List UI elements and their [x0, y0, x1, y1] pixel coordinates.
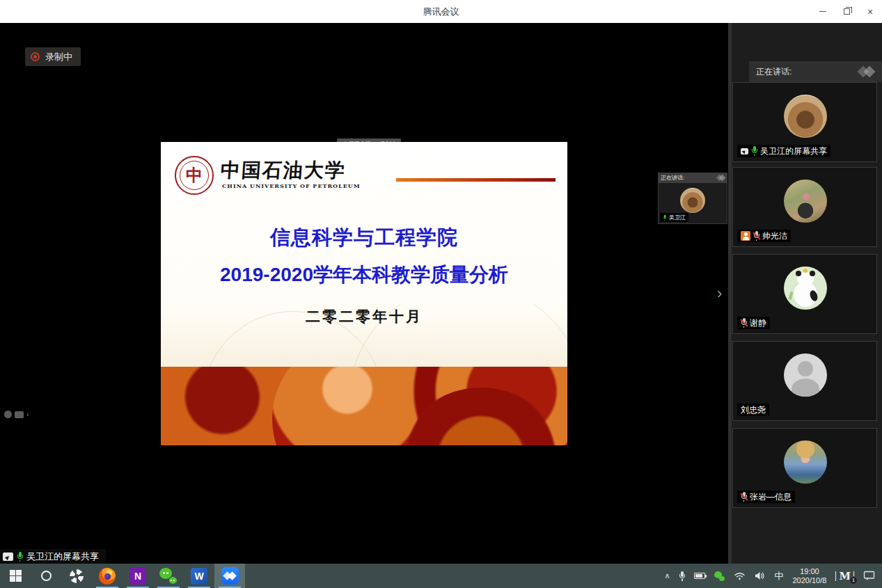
speaking-overlay-tile: 吴卫江	[658, 183, 727, 224]
participant-name: 吴卫江的屏幕共享	[760, 145, 827, 157]
speaking-header-label: 正在讲话:	[756, 66, 792, 78]
screen-share-icon	[3, 553, 13, 561]
mic-muted-icon	[741, 318, 747, 328]
slide-title-college: 信息科学与工程学院	[161, 224, 567, 252]
firefox-icon	[99, 568, 116, 585]
recording-dot-icon	[31, 52, 40, 61]
system-tray: ∧ 中 19:00 2020/10/8 M1	[664, 564, 882, 588]
wechat-tray-icon[interactable]	[714, 571, 725, 581]
avatar	[784, 353, 827, 397]
speaking-overlay-name-label: 吴卫江	[660, 213, 688, 222]
speaking-header: 正在讲话:	[749, 61, 882, 82]
participant-name: 张岩—信息	[750, 491, 792, 503]
minimize-icon	[819, 11, 826, 12]
word-button[interactable]: W	[184, 564, 214, 588]
pinwheel-icon	[70, 569, 84, 583]
presentation-slide: 中 中国石油大学 CHINA UNIVERSITY OF PETROLEUM 信…	[161, 142, 567, 445]
window-controls: ×	[811, 0, 882, 23]
minimize-button[interactable]	[811, 0, 835, 23]
participant-name: 谢静	[750, 317, 766, 329]
wifi-icon[interactable]	[734, 571, 746, 580]
recording-label: 录制中	[45, 51, 72, 63]
restore-icon	[844, 8, 850, 15]
meeting-logo-icon	[717, 175, 725, 180]
participant-tile[interactable]: 吴卫江的屏幕共享	[732, 82, 877, 162]
im-app-tray-icon[interactable]: M1	[835, 571, 854, 581]
shared-screen-stage: 录制中 腾讯会议 录制中 中 中国石油大学 CHINA UNIVERSITY O…	[0, 23, 728, 564]
avatar	[784, 440, 827, 484]
university-name-en: CHINA UNIVERSITY OF PETROLEUM	[222, 182, 361, 189]
mic-muted-icon	[753, 231, 759, 241]
word-icon: W	[191, 568, 207, 585]
speaking-overlay: 正在讲话: 吴卫江	[658, 173, 727, 224]
maximize-button[interactable]	[835, 0, 858, 23]
window-title: 腾讯会议	[0, 0, 882, 23]
tencent-meeting-button[interactable]	[214, 564, 245, 588]
header-divider-line	[396, 178, 556, 182]
wechat-button[interactable]	[153, 564, 184, 588]
participant-tile[interactable]: 帅光洁	[732, 167, 877, 247]
taskbar-apps: N W	[0, 564, 245, 588]
sidebar-scrollbar[interactable]	[728, 23, 732, 564]
participant-tile[interactable]: 张岩—信息	[732, 428, 877, 508]
wechat-icon	[159, 568, 178, 585]
mic-muted-icon	[741, 492, 747, 502]
speaker-name: 吴卫江	[669, 214, 686, 221]
mic-on-icon	[17, 552, 23, 562]
cortana-icon	[41, 571, 52, 581]
windows-taskbar: N W ∧ 中 19:00 2020/10/8 M1	[0, 564, 882, 588]
slide-date-line: 二零二零年十月	[161, 307, 567, 326]
share-banner-label: 吴卫江的屏幕共享	[26, 550, 99, 563]
participant-name-label: 谢静	[737, 317, 770, 329]
screen-share-icon	[741, 148, 748, 154]
pinwheel-app-button[interactable]	[61, 564, 92, 588]
screen-share-banner: 吴卫江的屏幕共享	[0, 549, 106, 564]
tray-expand-chevron[interactable]: ∧	[664, 571, 670, 580]
avatar	[680, 188, 705, 213]
participant-tile[interactable]: 刘忠尧	[732, 341, 877, 421]
participant-name-label: 刘忠尧	[737, 404, 769, 416]
annotation-tool-icon[interactable]	[4, 411, 12, 418]
tray-clock[interactable]: 19:00 2020/10/8	[792, 567, 826, 585]
sidebar-expand-chevron[interactable]: ›	[717, 286, 722, 301]
firefox-button[interactable]	[92, 564, 123, 588]
windows-logo-icon	[10, 570, 22, 582]
speaking-overlay-title: 正在讲话:	[661, 174, 684, 182]
university-name-cn: 中国石油大学	[220, 157, 347, 184]
cortana-button[interactable]	[31, 564, 61, 588]
annotation-panel-icon[interactable]	[15, 411, 24, 418]
participant-name-label: 帅光洁	[737, 230, 791, 242]
close-button[interactable]: ×	[858, 0, 882, 23]
meeting-logo-icon	[859, 67, 874, 76]
input-method-indicator[interactable]: 中	[774, 570, 783, 582]
participant-tile[interactable]: 谢静	[732, 254, 877, 334]
avatar	[784, 180, 827, 223]
avatar	[784, 95, 827, 138]
action-center-icon[interactable]	[863, 571, 875, 581]
onenote-icon: N	[129, 568, 146, 585]
recording-indicator[interactable]: 录制中	[25, 47, 81, 66]
person-badge-icon	[741, 231, 750, 241]
mic-on-icon	[751, 146, 757, 156]
slide-bottom-artwork	[161, 367, 567, 445]
mic-on-icon	[663, 214, 666, 221]
participant-name: 帅光洁	[762, 230, 787, 242]
tencent-meeting-icon	[221, 567, 239, 585]
annotation-mini-toolbar[interactable]: ‹	[4, 411, 29, 418]
tray-mic-icon[interactable]	[679, 571, 685, 581]
start-button[interactable]	[0, 564, 31, 588]
tray-time: 19:00	[800, 567, 819, 575]
slide-title-report: 2019-2020学年本科教学质量分析	[161, 262, 567, 288]
speaking-overlay-header: 正在讲话:	[658, 173, 727, 183]
participants-sidebar: 正在讲话: 吴卫江的屏幕共享 帅光洁 谢静 刘忠尧	[728, 23, 882, 564]
battery-icon[interactable]	[694, 573, 705, 579]
tray-date: 2020/10/8	[792, 576, 826, 585]
close-icon: ×	[867, 7, 873, 17]
window-titlebar[interactable]: 腾讯会议 ×	[0, 0, 882, 23]
speaker-icon[interactable]	[755, 571, 765, 580]
notification-badge: 1	[849, 576, 858, 585]
university-seal-logo: 中	[175, 156, 214, 195]
onenote-button[interactable]: N	[123, 564, 153, 588]
avatar	[784, 267, 827, 310]
collapse-toolbar-chevron-icon[interactable]: ‹	[26, 411, 29, 418]
